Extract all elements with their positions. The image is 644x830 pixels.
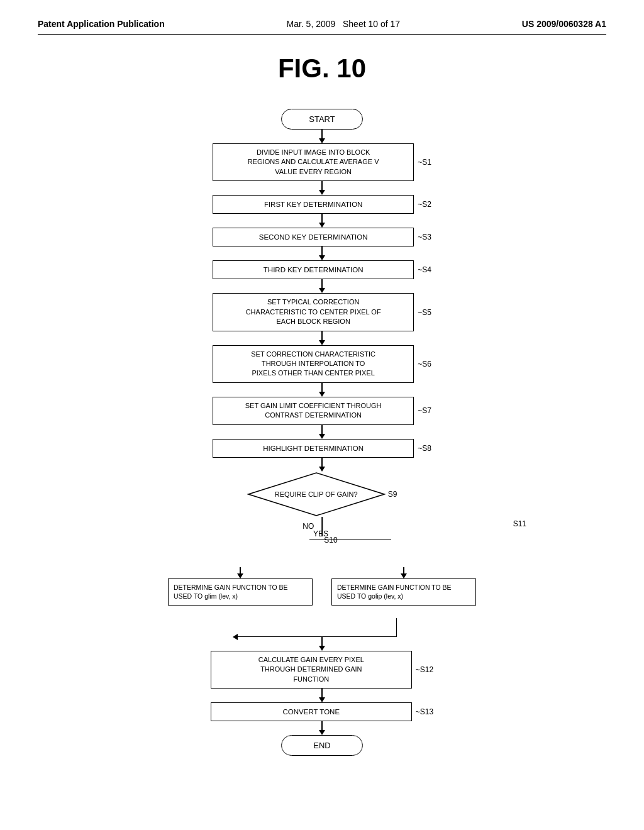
merge-arrowhead — [233, 634, 238, 640]
branch-boxes: DETERMINE GAIN FUNCTION TO BE USED TO gl… — [38, 567, 606, 606]
step-s2-row: FIRST KEY DETERMINATION ~S2 — [38, 195, 606, 214]
step-s5-box: SET TYPICAL CORRECTION CHARACTERISTIC TO… — [213, 293, 414, 331]
step-s6-label: ~S6 — [418, 360, 431, 368]
start-row: START — [38, 109, 606, 130]
arrow-s6-s7 — [319, 383, 325, 397]
step-s7-box: SET GAIN LIMIT COEFFICIENT THROUGH CONTR… — [213, 397, 414, 425]
arrow-s2-s3 — [319, 214, 325, 228]
step-s1-box: DIVIDE INPUT IMAGE INTO BLOCK REGIONS AN… — [213, 143, 414, 181]
arrow-s13-end — [319, 721, 325, 735]
flowchart: START DIVIDE INPUT IMAGE INTO BLOCK REGI… — [38, 109, 606, 756]
sheet: Sheet 10 of 17 — [343, 19, 400, 29]
step-s12-label: ~S12 — [416, 665, 433, 674]
step-s9-diamond: REQUIRE CLIP OF GAIN? — [247, 472, 386, 517]
arrow-s3-s4 — [319, 246, 325, 260]
start-oval: START — [281, 109, 363, 130]
step-s13-row: CONVERT TONE ~S13 — [38, 702, 606, 721]
step-s6-box: SET CORRECTION CHARACTERISTIC THROUGH IN… — [213, 345, 414, 383]
step-s11-box: DETERMINE GAIN FUNCTION TO BE USED TO go… — [331, 578, 476, 606]
step-s4-box: THIRD KEY DETERMINATION — [213, 260, 414, 279]
arrow-to-s10 — [237, 567, 243, 578]
step-s6-row: SET CORRECTION CHARACTERISTIC THROUGH IN… — [38, 345, 606, 383]
step-s3-label: ~S3 — [418, 233, 431, 241]
end-oval: END — [281, 735, 363, 756]
step-s9-text: REQUIRE CLIP OF GAIN? — [247, 472, 386, 517]
step-s4-label: ~S4 — [418, 265, 431, 274]
publication-title: Patent Application Publication — [38, 19, 165, 29]
step-s1-label: ~S1 — [418, 158, 431, 167]
s11-label: S11 — [513, 519, 526, 528]
step-s12-box: CALCULATE GAIN EVERY PIXEL THROUGH DETER… — [211, 651, 412, 689]
arrow-s12-s13 — [319, 689, 325, 702]
step-s7-label: ~S7 — [418, 406, 431, 415]
merge-v-right — [396, 618, 397, 637]
step-s9-row: REQUIRE CLIP OF GAIN? S9 — [38, 472, 606, 517]
step-s5-row: SET TYPICAL CORRECTION CHARACTERISTIC TO… — [38, 293, 606, 331]
step-s13-box: CONVERT TONE — [211, 702, 412, 721]
arrow-start-s1 — [319, 130, 325, 143]
merge-h-line — [237, 636, 397, 638]
step-s3-row: SECOND KEY DETERMINATION ~S3 — [38, 228, 606, 246]
step-s7-row: SET GAIN LIMIT COEFFICIENT THROUGH CONTR… — [38, 397, 606, 425]
step-s12-row: CALCULATE GAIN EVERY PIXEL THROUGH DETER… — [38, 651, 606, 689]
arrow-s5-s6 — [319, 331, 325, 345]
branch-section: NO S10 YES S11 — [38, 517, 606, 637]
no-label: NO — [303, 522, 314, 531]
yes-h-line — [309, 540, 391, 541]
branch-lines: NO S10 YES S11 — [108, 517, 536, 567]
arrow-s1-s2 — [319, 181, 325, 195]
arrow-s4-s5 — [319, 279, 325, 293]
arrow-to-s11 — [401, 567, 407, 578]
step-s5-label: ~S5 — [418, 308, 431, 317]
yes-label: YES — [313, 529, 328, 538]
end-row: END — [38, 735, 606, 756]
patent-number: US 2009/0060328 A1 — [522, 19, 606, 29]
arrow-s7-s8 — [319, 425, 325, 439]
step-s13-label: ~S13 — [416, 707, 433, 716]
figure-title: FIG. 10 — [38, 53, 606, 84]
step-s8-row: HIGHLIGHT DETERMINATION ~S8 — [38, 439, 606, 458]
step-s9-label: S9 — [388, 490, 397, 499]
step-s2-box: FIRST KEY DETERMINATION — [213, 195, 414, 214]
page-header: Patent Application Publication Mar. 5, 2… — [38, 19, 606, 35]
date-sheet: Mar. 5, 2009 Sheet 10 of 17 — [286, 19, 400, 29]
arrow-merge-s12 — [319, 637, 325, 651]
step-s2-label: ~S2 — [418, 200, 431, 209]
step-s10-box: DETERMINE GAIN FUNCTION TO BE USED TO gl… — [168, 578, 313, 606]
step-s1-row: DIVIDE INPUT IMAGE INTO BLOCK REGIONS AN… — [38, 143, 606, 181]
step-s8-box: HIGHLIGHT DETERMINATION — [213, 439, 414, 458]
page: Patent Application Publication Mar. 5, 2… — [0, 0, 644, 830]
step-s4-row: THIRD KEY DETERMINATION ~S4 — [38, 260, 606, 279]
date: Mar. 5, 2009 — [286, 19, 335, 29]
step-s8-label: ~S8 — [418, 444, 431, 453]
s11-col: DETERMINE GAIN FUNCTION TO BE USED TO go… — [331, 567, 476, 606]
merge-section — [165, 606, 479, 637]
arrow-s8-s9 — [319, 458, 325, 472]
step-s3-box: SECOND KEY DETERMINATION — [213, 228, 414, 246]
s10-col: DETERMINE GAIN FUNCTION TO BE USED TO gl… — [168, 567, 313, 606]
